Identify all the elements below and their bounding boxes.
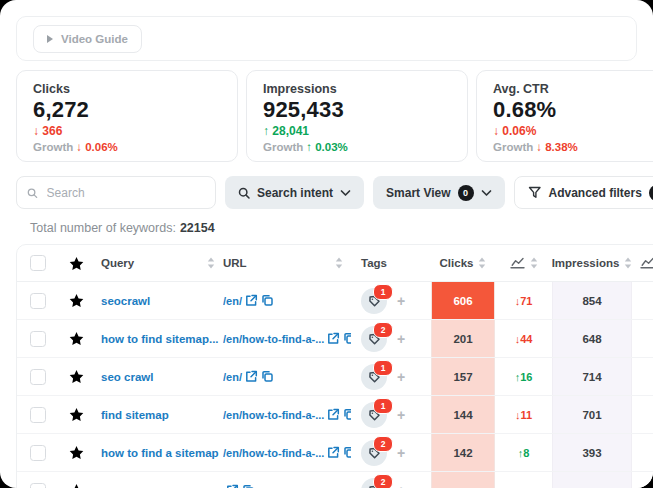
add-tag-button[interactable]: + — [397, 369, 405, 385]
star-icon[interactable] — [68, 444, 85, 461]
stat-growth: Growth↑ 0.03% — [263, 141, 451, 153]
tag-count-badge: 1 — [373, 360, 393, 376]
search-box[interactable] — [16, 176, 216, 209]
copy-icon[interactable] — [261, 294, 274, 307]
tag-button[interactable]: 1 — [361, 364, 387, 390]
row-checkbox[interactable] — [30, 331, 46, 347]
star-icon[interactable] — [68, 482, 85, 488]
sort-icon[interactable] — [207, 257, 215, 269]
stat-label: Impressions — [263, 82, 451, 96]
copy-icon[interactable] — [343, 408, 351, 421]
row-checkbox[interactable] — [30, 369, 46, 385]
select-all-checkbox[interactable] — [30, 255, 46, 271]
search-intent-dropdown[interactable]: Search intent — [225, 176, 364, 209]
search-icon — [27, 187, 38, 199]
add-tag-button[interactable]: + — [397, 331, 405, 347]
url-link[interactable]: /en/ — [223, 371, 242, 383]
column-header-query[interactable]: Query — [101, 257, 134, 269]
copy-icon[interactable] — [343, 332, 351, 345]
keywords-total-label: Total number of keywords: — [30, 221, 176, 235]
row-checkbox[interactable] — [30, 445, 46, 461]
url-link[interactable]: /en/how-to-find-a-... — [223, 447, 324, 459]
clicks-cell: 201 — [431, 320, 495, 357]
video-guide-button[interactable]: Video Guide — [33, 25, 142, 53]
star-icon[interactable] — [68, 255, 85, 272]
tag-count-badge: 1 — [373, 398, 393, 414]
copy-icon[interactable] — [343, 446, 351, 459]
stat-delta: ↓ 0.06% — [493, 124, 653, 138]
stat-value: 0.68% — [493, 97, 653, 123]
impressions-cell — [552, 472, 632, 488]
column-header-tags[interactable]: Tags — [361, 257, 387, 269]
external-link-icon[interactable] — [245, 294, 258, 307]
clicks-cell: 606 — [431, 282, 495, 319]
tag-button[interactable]: 2 — [361, 326, 387, 352]
tag-count-badge: 1 — [373, 284, 393, 300]
column-header-clicks[interactable]: Clicks — [440, 257, 474, 269]
table-body: seocrawl /en/ 1 + 606 ↓71 854 ↓12 — [17, 282, 653, 488]
top-bar: Video Guide — [16, 16, 637, 61]
external-link-icon[interactable] — [226, 484, 239, 488]
star-icon[interactable] — [68, 330, 85, 347]
add-tag-button[interactable]: + — [397, 293, 405, 309]
impressions-cell: 854 — [552, 282, 632, 319]
line-chart-icon — [510, 257, 525, 269]
row-checkbox[interactable] — [30, 293, 46, 309]
external-link-icon[interactable] — [245, 370, 258, 383]
smart-view-count-badge: 0 — [458, 185, 474, 201]
query-link[interactable]: seocrawl — [101, 295, 150, 307]
table-row: how to find sitemap... /en/how-to-find-a… — [17, 320, 653, 358]
copy-icon[interactable] — [242, 484, 255, 488]
keywords-total: Total number of keywords:22154 — [30, 221, 215, 235]
star-icon[interactable] — [68, 406, 85, 423]
copy-icon[interactable] — [261, 370, 274, 383]
clicks-trend: ↓11 — [515, 409, 532, 421]
star-icon[interactable] — [68, 292, 85, 309]
column-header-url[interactable]: URL — [223, 257, 247, 269]
tag-button[interactable]: 2 — [361, 440, 387, 466]
url-link[interactable]: /en/how-to-find-a-... — [223, 409, 324, 421]
clicks-trend: ↑16 — [515, 371, 533, 383]
tag-button[interactable]: 1 — [361, 288, 387, 314]
query-link[interactable]: find sitemap — [101, 409, 169, 421]
search-intent-label: Search intent — [257, 186, 333, 200]
query-link[interactable]: seo crawl — [101, 371, 153, 383]
external-link-icon[interactable] — [327, 408, 340, 421]
tag-count-badge: 2 — [373, 322, 393, 338]
clicks-trend: ↓44 — [515, 333, 533, 345]
keywords-total-count: 22154 — [180, 221, 215, 235]
add-tag-button[interactable]: + — [397, 445, 405, 461]
table-header: Query URL Tags Clicks Impressions — [17, 245, 653, 282]
impressions-cell: 393 — [552, 434, 632, 471]
chevron-down-icon — [340, 189, 351, 197]
add-tag-button[interactable]: + — [397, 407, 405, 423]
external-link-icon[interactable] — [327, 332, 340, 345]
sort-icon[interactable] — [624, 257, 632, 269]
smart-view-dropdown[interactable]: Smart View 0 — [373, 176, 504, 209]
column-header-impressions[interactable]: Impressions — [552, 257, 619, 269]
external-link-icon[interactable] — [327, 446, 340, 459]
advanced-filters-count-badge: 0 — [649, 185, 653, 201]
table-row: find sitemap /en/how-to-find-a-... 1 + 1… — [17, 396, 653, 434]
sort-icon[interactable] — [530, 257, 538, 269]
query-link[interactable]: how to find a sitemap — [101, 447, 219, 459]
tag-button[interactable]: 1 — [361, 402, 387, 428]
tag-button[interactable]: 2 — [361, 478, 387, 488]
add-tag-button[interactable]: + — [397, 483, 405, 488]
advanced-filters-button[interactable]: Advanced filters 0 — [514, 176, 653, 209]
sort-icon[interactable] — [335, 257, 343, 269]
search-input[interactable] — [45, 185, 205, 201]
star-icon[interactable] — [68, 368, 85, 385]
query-link[interactable]: how to find sitemap... — [101, 333, 219, 345]
sort-icon-descending[interactable] — [478, 257, 486, 269]
table-row: how to find a sitemap /en/how-to-find-a-… — [17, 434, 653, 472]
line-chart-icon — [640, 257, 653, 269]
impressions-cell: 701 — [552, 396, 632, 433]
url-link[interactable]: /en/ — [223, 295, 242, 307]
row-checkbox[interactable] — [30, 407, 46, 423]
url-link[interactable]: /en/how-to-find-a-... — [223, 333, 324, 345]
clicks-trend: ↑8 — [518, 447, 530, 459]
row-checkbox[interactable] — [30, 483, 46, 488]
stat-card-impressions: Impressions 925,433 ↑ 28,041 Growth↑ 0.0… — [246, 70, 468, 162]
stat-growth: Growth↓ 8.38% — [493, 141, 653, 153]
